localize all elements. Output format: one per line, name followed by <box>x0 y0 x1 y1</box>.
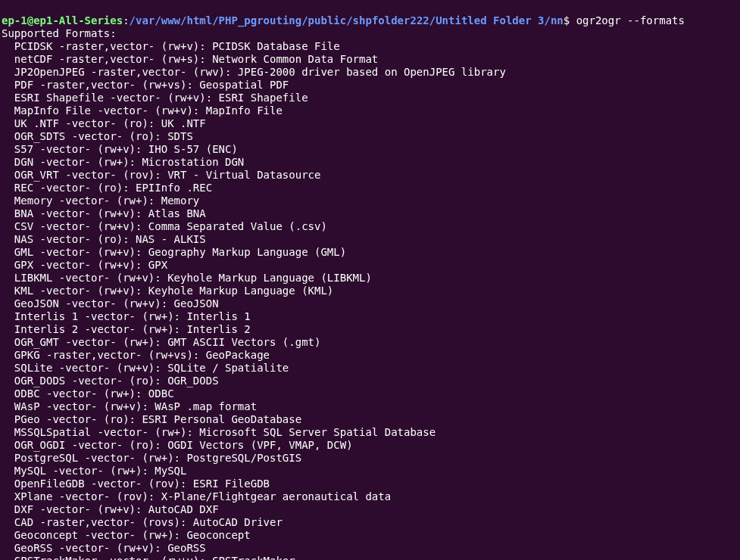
terminal-window[interactable]: ep-1@ep1-All-Series:/var/www/html/PHP_pg… <box>0 0 740 560</box>
prompt-user-host: ep-1@ep1-All-Series <box>2 14 123 26</box>
command-text: ogr2ogr --formats <box>576 14 685 26</box>
prompt-dollar: $ <box>564 14 570 26</box>
prompt-colon: : <box>123 14 129 26</box>
prompt-path: /var/www/html/PHP_pgrouting/public/shpfo… <box>130 14 564 26</box>
output-body: PCIDSK -raster,vector- (rw+v): PCIDSK Da… <box>2 40 740 560</box>
output-header: Supported Formats: <box>2 27 117 39</box>
